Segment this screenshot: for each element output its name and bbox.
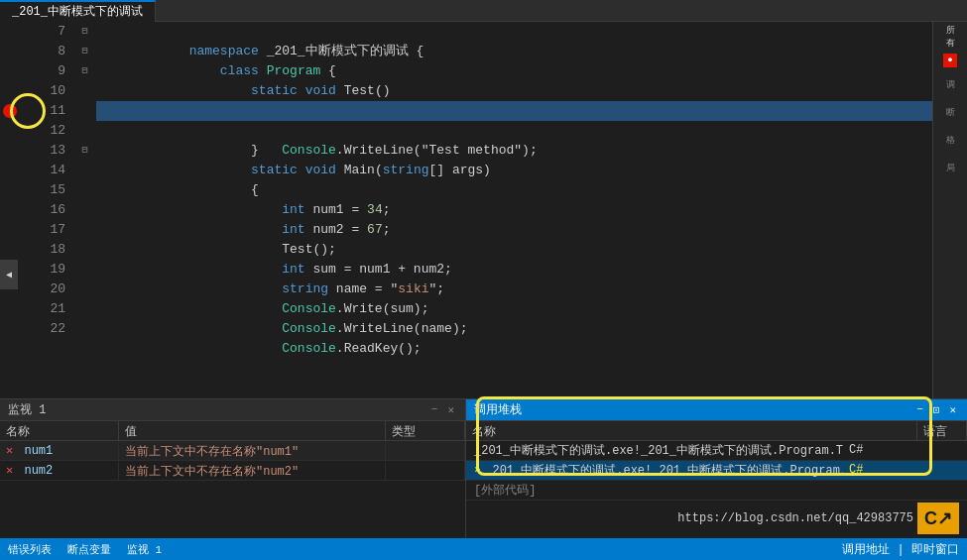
main-content: 7 8 9 10 11 12 13 14 15 16 17 18 19 20 2… <box>0 22 967 560</box>
watch-panel-minimize[interactable]: − <box>428 402 441 417</box>
callstack-lang-2 <box>927 488 967 492</box>
callstack-table-header: 名称 语言 <box>466 421 967 441</box>
callstack-lang-0: C# <box>843 441 883 459</box>
watch-panel-title: 监视 1 <box>8 401 46 418</box>
status-watch[interactable]: 监视 1 <box>127 542 162 557</box>
line-num: 12 <box>18 121 65 141</box>
callstack-close[interactable]: ✕ <box>946 402 959 417</box>
code-area: namespace _201_中断模式下的调试 { class Program … <box>92 22 932 398</box>
watch-panel-title-bar: 监视 1 − ✕ <box>0 399 465 421</box>
status-right-items[interactable]: 调用地址 | 即时窗口 <box>842 541 959 558</box>
line-num: 14 <box>18 161 65 180</box>
watermark-logo: C↗ <box>917 503 959 534</box>
watch-cell-type-1 <box>386 461 465 480</box>
code-line-18: int sum = num1 + num2; <box>96 240 932 260</box>
callstack-name-1: ➤ _201_中断模式下的调试.exe!_201_中断模式下的调试.Progra… <box>466 460 843 481</box>
code-line-17: Test(); <box>96 220 932 240</box>
line-num: 7 <box>18 22 65 42</box>
watch-error-icon-0: ✕ <box>6 444 13 458</box>
watch-cell-name-0: ✕ num1 <box>0 441 119 460</box>
current-frame-arrow-icon: ➤ <box>474 463 481 478</box>
line-num: 18 <box>18 240 65 260</box>
tab-bar: _201_中断模式下的调试 <box>0 0 967 22</box>
watch-cell-type-0 <box>386 441 465 460</box>
code-line-19: string name = "siki"; <box>96 260 932 280</box>
watch-panel: 监视 1 − ✕ 名称 值 类型 <box>0 399 466 560</box>
callstack-minimize[interactable]: − <box>913 402 926 417</box>
callstack-panel-title-bar: 调用堆栈 − ⊡ ✕ <box>466 399 967 421</box>
code-line-14: { <box>96 161 932 180</box>
collapse-icon[interactable]: ⊟ <box>77 42 92 61</box>
right-sidebar: 所有 ● 调 断 格 局 <box>932 22 967 398</box>
watch-cell-val-0: 当前上下文中不存在名称"num1" <box>119 441 386 460</box>
breakpoint-dot[interactable] <box>3 104 17 118</box>
status-bar: 错误列表 断点变量 监视 1 调用地址 | 即时窗口 <box>0 538 967 560</box>
callstack-col-lang-header: 语言 <box>917 421 967 440</box>
watch-col-val-header: 值 <box>119 421 386 440</box>
line-num: 8 <box>18 42 65 61</box>
line-num: 9 <box>18 61 65 81</box>
sidebar-icon-break[interactable]: 断 <box>939 101 961 123</box>
watermark-url: https://blog.csdn.net/qq_42983775 <box>677 511 913 525</box>
callstack-row-2[interactable]: [外部代码] <box>466 481 967 501</box>
callstack-row-0[interactable]: _201_中断模式下的调试.exe!_201_中断模式下的调试.Program.… <box>466 441 967 461</box>
callstack-pin[interactable]: ⊡ <box>930 402 943 417</box>
line-num: 13 <box>18 141 65 161</box>
editor-main: 7 8 9 10 11 12 13 14 15 16 17 18 19 20 2… <box>0 22 967 560</box>
line-num: 16 <box>18 200 65 220</box>
watch-error-icon-1: ✕ <box>6 464 13 478</box>
sidebar-icon-all[interactable]: 所有 <box>939 26 961 48</box>
code-line-20: Console.Write(sum); <box>96 280 932 299</box>
status-errors[interactable]: 错误列表 <box>8 542 52 557</box>
watch-row-num2: ✕ num2 当前上下文中不存在名称"num2" <box>0 461 465 481</box>
editor-container: 7 8 9 10 11 12 13 14 15 16 17 18 19 20 2… <box>0 22 967 398</box>
main-window: _201_中断模式下的调试 7 8 9 10 11 12 1 <box>0 0 967 560</box>
code-line-8: class Program { <box>96 42 932 61</box>
sidebar-icon-format[interactable]: 格 <box>939 129 961 151</box>
line-num: 11 <box>18 101 65 121</box>
code-line-21: Console.WriteLine(name); <box>96 299 932 319</box>
watch-table-header: 名称 值 类型 <box>0 421 465 441</box>
bottom-area: 监视 1 − ✕ 名称 值 类型 <box>0 398 967 560</box>
tab-label: _201_中断模式下的调试 <box>12 3 143 20</box>
code-line-11: ➤ Console.WriteLine("Test method"); <box>96 101 932 121</box>
watch-panel-controls: − ✕ <box>428 402 457 417</box>
watch-cell-val-1: 当前上下文中不存在名称"num2" <box>119 461 386 480</box>
code-line-9: static void Test() <box>96 61 932 81</box>
collapse-icon[interactable]: ⊟ <box>77 22 92 42</box>
code-line-22: Console.ReadKey(); <box>96 319 932 339</box>
editor-tab-active[interactable]: _201_中断模式下的调试 <box>0 0 156 22</box>
callstack-col-name-header: 名称 <box>466 421 917 440</box>
callstack-name-0: _201_中断模式下的调试.exe!_201_中断模式下的调试.Program.… <box>466 440 843 461</box>
sidebar-icon-local[interactable]: 局 <box>939 157 961 178</box>
sidebar-icon-debug[interactable]: ● <box>943 54 957 67</box>
line-num: 19 <box>18 260 65 280</box>
callstack-name-2: [外部代码] <box>466 480 927 501</box>
code-line-13: static void Main(string[] args) <box>96 141 932 161</box>
watch-cell-name-1: ✕ num2 <box>0 461 119 480</box>
status-breakpoints[interactable]: 断点变量 <box>67 542 111 557</box>
code-line-12: } <box>96 121 932 141</box>
breakpoint-gutter <box>0 22 18 398</box>
watermark: https://blog.csdn.net/qq_42983775 C↗ <box>677 503 959 534</box>
callstack-row-1[interactable]: ➤ _201_中断模式下的调试.exe!_201_中断模式下的调试.Progra… <box>466 461 967 481</box>
collapse-icon[interactable]: ⊟ <box>77 61 92 81</box>
watch-row-num1: ✕ num1 当前上下文中不存在名称"num1" <box>0 441 465 461</box>
sidebar-icon-watch[interactable]: 调 <box>939 73 961 95</box>
line-num: 10 <box>18 81 65 101</box>
callstack-lang-1: C# <box>843 461 883 479</box>
panel-toggle-arrow[interactable]: ◀ <box>0 260 18 289</box>
code-line-15: int num1 = 34; <box>96 180 932 200</box>
code-line-7: namespace _201_中断模式下的调试 { <box>96 22 932 42</box>
line-num: 21 <box>18 299 65 319</box>
line-num: 22 <box>18 319 65 339</box>
collapse-icon[interactable]: ⊟ <box>77 141 92 161</box>
watch-panel-close[interactable]: ✕ <box>444 402 457 417</box>
code-line-16: int num2 = 67; <box>96 200 932 220</box>
line-num: 20 <box>18 280 65 299</box>
callstack-panel-controls: − ⊡ ✕ <box>913 402 959 417</box>
line-num: 17 <box>18 220 65 240</box>
collapse-gutter: ⊟ ⊟ ⊟ ⊟ <box>77 22 92 398</box>
watch-col-type-header: 类型 <box>386 421 465 440</box>
watch-col-name-header: 名称 <box>0 421 119 440</box>
